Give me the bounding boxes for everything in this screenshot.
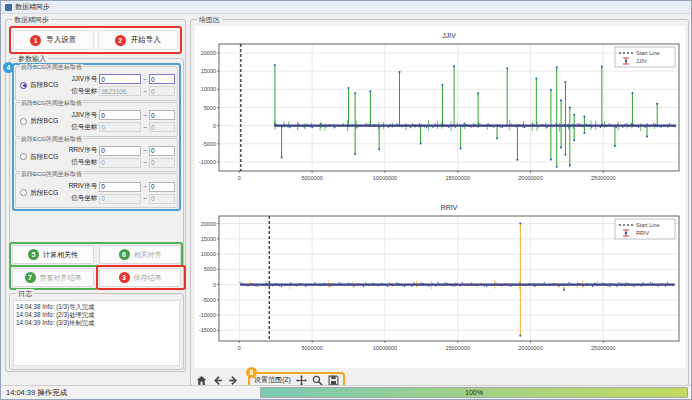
pan-icon[interactable] — [296, 375, 307, 386]
range-separator: ~ — [143, 183, 147, 190]
log-line: 14:04:38 Info: (2/3)处理完成 — [16, 311, 177, 319]
svg-text:15000000: 15000000 — [445, 345, 469, 351]
section-radio[interactable]: 前段BCG — [18, 80, 63, 90]
svg-text:-10000: -10000 — [199, 312, 216, 318]
range-separator: ~ — [143, 76, 147, 83]
radio-icon[interactable] — [20, 118, 27, 125]
import-settings-button[interactable]: 1 导入设置 — [13, 30, 94, 50]
set-range-button[interactable]: 设置范围(Z) — [254, 375, 291, 385]
range-end-input[interactable] — [149, 194, 175, 204]
field-label: 信号坐标 — [63, 194, 97, 203]
start-import-button[interactable]: 2 开始导入 — [98, 30, 179, 50]
svg-text:20000: 20000 — [201, 50, 216, 56]
view-align-result-button[interactable]: 7 查看对齐结果 — [12, 268, 94, 287]
plot-panel-title: 绘图区 — [197, 15, 222, 24]
log-group-title: 日志 — [16, 289, 34, 298]
step-badge-6: 6 — [119, 249, 130, 260]
field-label: 信号坐标 — [63, 158, 97, 167]
svg-text:15000: 15000 — [201, 68, 216, 74]
field-label: 信号坐标 — [63, 87, 97, 96]
param-row: 信号坐标 ~ — [63, 194, 175, 204]
svg-text:0: 0 — [213, 123, 216, 129]
log-group: 日志 14:04:38 Info: (1/3)导入完成14:04:38 Info… — [9, 293, 184, 370]
svg-text:-5000: -5000 — [202, 297, 216, 303]
param-row: RRIV序号 ~ — [63, 146, 175, 156]
range-end-input[interactable] — [149, 122, 175, 132]
param-section-3: 后段ECG区间坐标取值 后段ECG RRIV序号 ~ 信号坐标 ~ — [15, 173, 178, 208]
svg-text:5000000: 5000000 — [301, 345, 322, 351]
svg-text:20000000: 20000000 — [518, 345, 542, 351]
section-radio[interactable]: 后段ECG — [18, 188, 63, 198]
back-icon[interactable] — [212, 375, 223, 386]
range-start-input[interactable] — [99, 74, 141, 84]
param-row: 信号坐标 ~ — [63, 122, 175, 132]
correlation-align-button[interactable]: 6 相关对齐 — [99, 245, 181, 264]
zoom-icon[interactable] — [312, 375, 323, 386]
radio-label: 后段ECG — [30, 188, 58, 198]
svg-text:JJIV: JJIV — [442, 32, 456, 39]
status-bar: 14:04:39 操作完成 100% — [1, 385, 691, 399]
range-start-input[interactable] — [99, 122, 141, 132]
range-start-input[interactable] — [99, 110, 141, 120]
svg-text:5000: 5000 — [204, 105, 216, 111]
radio-icon[interactable] — [20, 153, 27, 160]
plot-panel: 绘图区 20000150001000050000-5000-1000005000… — [190, 19, 689, 386]
save-result-button[interactable]: 3 保存结果 — [99, 268, 181, 287]
jjiv-chart[interactable]: 20000150001000050000-5000-10000050000001… — [195, 26, 685, 198]
svg-text:25000000: 25000000 — [591, 345, 615, 351]
section-title: 后段BCG区间坐标取值 — [20, 100, 83, 107]
range-start-input[interactable] — [99, 182, 141, 192]
range-end-input[interactable] — [149, 74, 175, 84]
range-end-input[interactable] — [149, 146, 175, 156]
svg-text:-15000: -15000 — [199, 327, 216, 333]
range-end-input[interactable] — [149, 182, 175, 192]
step-badge-3: 3 — [119, 272, 130, 283]
forward-icon[interactable] — [228, 375, 239, 386]
sync-panel-title: 数据精同步 — [12, 15, 51, 24]
figure-canvas[interactable]: 20000150001000050000-5000-10000050000001… — [195, 26, 685, 368]
range-end-input[interactable] — [149, 158, 175, 168]
field-label: 信号坐标 — [63, 123, 97, 132]
compute-correlation-button[interactable]: 5 计算相关性 — [12, 245, 94, 264]
section-radio[interactable]: 后段BCG — [18, 116, 63, 126]
range-start-input[interactable] — [99, 86, 141, 96]
radio-label: 后段BCG — [30, 116, 58, 126]
param-row: 信号坐标 ~ — [63, 158, 175, 168]
range-separator: ~ — [143, 195, 147, 202]
range-start-input[interactable] — [99, 194, 141, 204]
save-result-label: 保存结果 — [134, 273, 162, 283]
range-start-input[interactable] — [99, 146, 141, 156]
radio-icon[interactable] — [20, 82, 27, 89]
action-buttons-area: 5 计算相关性 6 相关对齐 7 查看对齐结果 3 保存结果 — [12, 245, 181, 289]
svg-text:RRIV: RRIV — [636, 230, 649, 236]
section-title: 前段ECG区间坐标取值 — [20, 136, 83, 143]
svg-text:10000: 10000 — [201, 251, 216, 257]
svg-text:-5000: -5000 — [202, 141, 216, 147]
range-end-input[interactable] — [149, 110, 175, 120]
field-label: RRIV序号 — [63, 146, 97, 155]
svg-text:10000000: 10000000 — [373, 175, 397, 181]
params-group-title: 参数输入 — [16, 54, 48, 63]
step-badge-8: 8 — [246, 367, 257, 378]
rriv-chart[interactable]: 20000150001000050000-5000-10000-15000050… — [195, 198, 685, 368]
svg-text:20000000: 20000000 — [518, 175, 542, 181]
range-separator: ~ — [143, 124, 147, 131]
svg-text:Start Line: Start Line — [636, 50, 660, 56]
log-list[interactable]: 14:04:38 Info: (1/3)导入完成14:04:38 Info: (… — [13, 300, 180, 366]
section-title: 后段ECG区间坐标取值 — [20, 171, 83, 178]
param-row: 信号坐标 ~ — [63, 86, 175, 96]
svg-text:0: 0 — [238, 345, 241, 351]
log-line: 14:04:38 Info: (1/3)导入完成 — [16, 303, 177, 311]
start-import-label: 开始导入 — [131, 35, 161, 45]
status-text: 14:04:39 操作完成 — [6, 388, 67, 398]
range-separator: ~ — [143, 159, 147, 166]
save-icon[interactable] — [328, 375, 339, 386]
section-title: 前段BCG区间坐标取值 — [20, 64, 83, 71]
radio-icon[interactable] — [20, 189, 27, 196]
home-icon[interactable] — [196, 375, 207, 386]
radio-label: 前段BCG — [30, 80, 58, 90]
section-radio[interactable]: 前段ECG — [18, 152, 63, 162]
range-end-input[interactable] — [149, 86, 175, 96]
app-window: 数据精同步 数据精同步 1 导入设置 2 开始导入 参数输入 4 前段BCG区间… — [0, 0, 692, 400]
range-start-input[interactable] — [99, 158, 141, 168]
